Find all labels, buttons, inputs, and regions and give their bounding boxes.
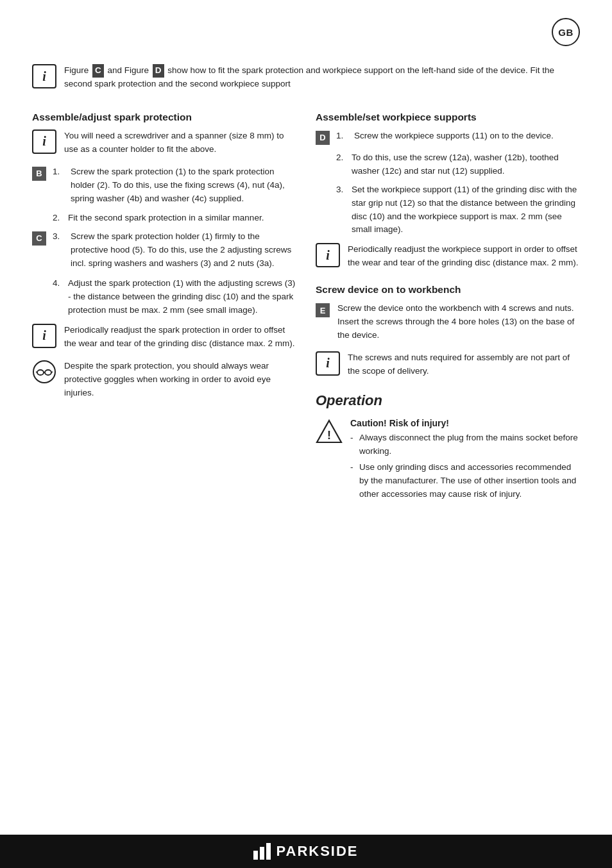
section3-step-block: E Screw the device onto the workbench wi…	[316, 302, 580, 342]
readjust-note-1: i Periodically readjust the spark protec…	[32, 324, 296, 351]
svg-point-1	[37, 370, 44, 375]
step-2: 2. Fit the second spark protection in a …	[32, 212, 296, 225]
readjust-text-1: Periodically readjust the spark protecti…	[64, 324, 296, 351]
caution-item-1: Always disconnect the plug from the main…	[350, 431, 580, 458]
bottom-bar: PARKSIDE	[0, 835, 612, 868]
section2-step-2: 2. To do this, use the screw (12a), wash…	[316, 151, 580, 178]
right-column: Assemble/set workpiece supports D 1. Scr…	[316, 100, 580, 504]
parkside-stripes	[253, 843, 271, 860]
label-c: C	[32, 231, 46, 246]
section1-steps: B 1. Screw the spark protection (1) to t…	[32, 165, 296, 317]
stripe-1	[253, 851, 258, 860]
section2-step-3: 3. Set the workpiece support (11) of the…	[316, 183, 580, 237]
brand-text: PARKSIDE	[276, 843, 358, 860]
section2-step3-text: Set the workpiece support (11) of the gr…	[352, 183, 580, 237]
svg-point-2	[45, 370, 51, 375]
info-icon-2: i	[32, 129, 56, 154]
warning-icon: !	[316, 418, 343, 445]
info-icon-5: i	[316, 351, 340, 376]
figure-d-label: D	[153, 64, 164, 78]
step1-text: Screw the spark protection (1) to the sp…	[71, 165, 296, 206]
readjust-note-2: i Periodically readjust the workpiece su…	[316, 243, 580, 270]
figure-c-label: C	[92, 64, 104, 78]
section2-heading: Assemble/set workpiece supports	[316, 112, 580, 123]
label-d: D	[316, 131, 330, 145]
goggles-block: Despite the spark protection, you should…	[32, 360, 296, 400]
parkside-logo: PARKSIDE	[253, 843, 358, 860]
svg-text:!: !	[327, 429, 331, 442]
section2-step1-text: Screw the workpiece supports (11) on to …	[354, 129, 554, 143]
label-b: B	[32, 167, 46, 181]
intro-text: Figure C and Figure D show how to fit th…	[64, 64, 580, 91]
section2-step-1: D 1. Screw the workpiece supports (11) o…	[316, 129, 580, 146]
page: GB i Figure C and Figure D show how to f…	[0, 0, 612, 868]
stripe-3	[266, 843, 271, 860]
svg-line-5	[51, 372, 53, 372]
operation-heading: Operation	[316, 392, 580, 409]
info-icon: i	[32, 64, 56, 88]
caution-block: ! Caution! Risk of injury! Always discon…	[316, 418, 580, 504]
svg-line-4	[36, 372, 37, 372]
goggles-text: Despite the spark protection, you should…	[64, 360, 296, 400]
section1-info-text: You will need a screwdriver and a spanne…	[64, 129, 296, 156]
caution-item-2: Use only grinding discs and accessories …	[350, 461, 580, 501]
step4-text: Adjust the spark protection (1) with the…	[68, 277, 296, 317]
caution-list: Always disconnect the plug from the main…	[350, 431, 580, 501]
section1-heading: Assemble/adjust spark protection	[32, 112, 296, 123]
section2-step2-text: To do this, use the screw (12a), washer …	[352, 151, 580, 178]
left-column: Assemble/adjust spark protection i You w…	[32, 100, 296, 504]
section3-info-text: The screws and nuts required for assembl…	[348, 351, 580, 378]
step-4: 4. Adjust the spark protection (1) with …	[32, 277, 296, 317]
info-icon-3: i	[32, 324, 56, 348]
stripe-2	[260, 847, 264, 860]
step3-text: Screw the spark protection holder (1) fi…	[71, 230, 296, 271]
step-3: C 3. Screw the spark protection holder (…	[32, 230, 296, 272]
section2-steps: D 1. Screw the workpiece supports (11) o…	[316, 129, 580, 237]
caution-title: Caution! Risk of injury!	[350, 418, 580, 428]
section1-info: i You will need a screwdriver and a span…	[32, 129, 296, 156]
label-e: E	[316, 303, 330, 317]
two-column-layout: Assemble/adjust spark protection i You w…	[32, 100, 580, 504]
intro-info-block: i Figure C and Figure D show how to fit …	[32, 64, 580, 91]
info-icon-4: i	[316, 243, 340, 267]
step2-text: Fit the second spark protection in a sim…	[68, 212, 264, 225]
section3-info: i The screws and nuts required for assem…	[316, 351, 580, 378]
caution-content: Caution! Risk of injury! Always disconne…	[350, 418, 580, 504]
readjust-text-2: Periodically readjust the workpiece supp…	[348, 243, 580, 270]
step-1: B 1. Screw the spark protection (1) to t…	[32, 165, 296, 207]
section3-step-text: Screw the device onto the workbench with…	[337, 302, 580, 342]
goggles-icon	[32, 360, 56, 384]
gb-badge: GB	[552, 18, 580, 46]
section3-heading: Screw device on to workbench	[316, 284, 580, 296]
